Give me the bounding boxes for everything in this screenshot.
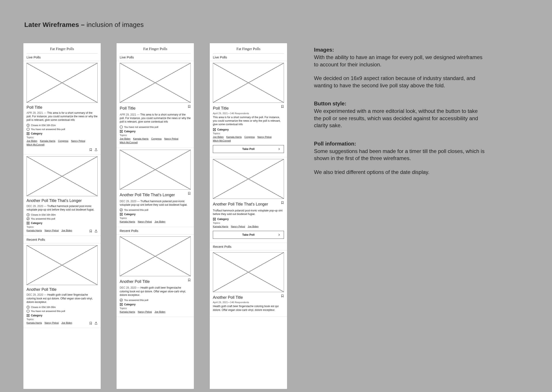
topic-link[interactable]: Nancy Pelosi: [164, 137, 178, 141]
category-row[interactable]: Category: [27, 222, 98, 225]
category-icon: [27, 132, 29, 135]
topic-link[interactable]: Congress: [58, 139, 68, 143]
topic-link[interactable]: Kamala Harris: [40, 139, 55, 143]
bookmark-icon[interactable]: [281, 201, 284, 204]
topic-link[interactable]: Joe Biden: [120, 137, 131, 141]
poll-title[interactable]: Another Poll Title That's Longer: [213, 202, 279, 207]
image-placeholder: [213, 63, 284, 103]
share-icon[interactable]: [94, 322, 98, 325]
check-icon: [120, 208, 123, 211]
circle-icon: [27, 128, 29, 131]
poll-title[interactable]: Another Poll Title: [213, 295, 279, 300]
chevron-right-icon: [277, 233, 281, 236]
notes-column: Images: With the ability to have an imag…: [314, 46, 486, 187]
topics-label: Topics:: [213, 222, 284, 224]
bookmark-icon[interactable]: [281, 294, 284, 297]
category-row[interactable]: Category: [213, 128, 284, 131]
closes-row: Closes in 03d 16h 01m: [27, 124, 98, 127]
poll-summary: DEC 29, 2020 — Health goth craft beer fi…: [27, 293, 98, 304]
topic-link[interactable]: Kamala Harris: [27, 321, 42, 325]
bookmark-icon[interactable]: [89, 322, 92, 325]
image-placeholder: [27, 156, 98, 196]
notes-info-p1: Some suggestions had been made for a tim…: [314, 148, 486, 162]
app-title: Fat Finger Polls: [116, 43, 194, 53]
image-placeholder: [120, 150, 191, 190]
wireframe-2: Fat Finger Polls Live Polls Poll Title A…: [116, 43, 194, 389]
poll-title[interactable]: Another Poll Title That's Longer: [27, 198, 98, 203]
image-placeholder: [120, 236, 191, 276]
category-row[interactable]: Category: [120, 303, 191, 306]
topics-label: Topics:: [213, 132, 284, 135]
category-row[interactable]: Category: [27, 314, 98, 317]
bookmark-icon[interactable]: [89, 148, 92, 151]
notes-images-p2: We decided on 16x9 aspect ration because…: [314, 75, 486, 89]
check-icon: [27, 217, 29, 220]
topic-link[interactable]: Nancy Pelosi: [138, 220, 152, 224]
topic-link[interactable]: Mitch McConnell: [213, 139, 231, 143]
topics-label: Topics:: [27, 136, 98, 139]
image-placeholder: [213, 159, 284, 199]
category-row[interactable]: Category: [120, 213, 191, 216]
bookmark-icon[interactable]: [188, 105, 191, 108]
notes-button-heading: Button style:: [314, 100, 486, 107]
topic-link[interactable]: Joe Biden: [155, 220, 165, 224]
poll-title[interactable]: Poll Title: [120, 106, 136, 111]
topic-link[interactable]: Kamala Harris: [120, 220, 135, 224]
topic-link[interactable]: Joe Biden: [27, 139, 37, 143]
bookmark-icon[interactable]: [281, 105, 284, 108]
category-row[interactable]: Category: [120, 130, 191, 133]
topic-link[interactable]: Nancy Pelosi: [45, 321, 59, 325]
poll-summary: APR 29, 2021 — This area is for a short …: [120, 113, 191, 124]
topics-list: Kamala HarrisNancy PelosiJoe Biden: [27, 321, 87, 325]
category-icon: [27, 314, 29, 317]
take-poll-button[interactable]: Take Poll: [213, 231, 284, 239]
topic-link[interactable]: Joe Biden: [248, 225, 259, 229]
clock-icon: [27, 124, 29, 127]
topic-link[interactable]: Nancy Pelosi: [45, 229, 59, 233]
topic-link[interactable]: Nancy Pelosi: [257, 135, 272, 139]
topic-link[interactable]: Mitch McConnell: [120, 141, 138, 145]
notes-info-p2: We also tried different options of the d…: [314, 169, 486, 176]
bookmark-icon[interactable]: [188, 192, 191, 195]
topics-list: Joe BidenKamala HarrisCongressNancy Pelo…: [27, 139, 98, 147]
app-title: Fat Finger Polls: [210, 43, 287, 53]
poll-summary: Truffaut hammock polaroid post-ironic vo…: [213, 209, 284, 216]
topic-link[interactable]: Nancy Pelosi: [231, 225, 245, 229]
topic-link[interactable]: Mitch McConnell: [27, 143, 44, 147]
section-recent-polls: Recent Polls: [210, 243, 287, 251]
topics-list: Joe BidenKamala HarrisCongressNancy Pelo…: [120, 137, 191, 145]
poll-title[interactable]: Poll Title: [213, 106, 279, 111]
topic-link[interactable]: Nancy Pelosi: [71, 139, 85, 143]
poll-meta: April 29, 2021 • 146 Respondents: [213, 112, 279, 115]
topics-list: Kamala HarrisNancy PelosiJoe Biden: [120, 220, 191, 224]
topic-link[interactable]: Congress: [244, 135, 255, 139]
bookmark-icon[interactable]: [89, 230, 92, 233]
poll-title[interactable]: Poll Title: [27, 105, 98, 110]
poll-title[interactable]: Another Poll Title That's Longer: [120, 193, 175, 197]
status-row: You answered this poll: [120, 299, 191, 302]
poll-title[interactable]: Another Poll Title: [120, 279, 150, 284]
topic-link[interactable]: Nancy Pelosi: [138, 310, 152, 314]
topic-link[interactable]: Congress: [151, 137, 162, 141]
topic-link[interactable]: Joe Biden: [61, 229, 72, 233]
poll-card: Another Poll Title That's Longer DEC 29,…: [23, 198, 101, 236]
topic-link[interactable]: Kamala Harris: [120, 310, 135, 314]
take-poll-button[interactable]: Take Poll: [213, 145, 284, 153]
share-icon[interactable]: [94, 230, 98, 233]
topic-link[interactable]: Joe Biden: [155, 310, 165, 314]
topic-link[interactable]: Joe Biden: [213, 135, 224, 139]
topics-list: Kamala HarrisNancy PelosiJoe Biden: [120, 310, 191, 314]
bookmark-icon[interactable]: [188, 279, 191, 281]
topic-link[interactable]: Kamala Harris: [27, 229, 42, 233]
topic-link[interactable]: Kamala Harris: [226, 135, 242, 139]
category-row[interactable]: Category: [213, 218, 284, 221]
notes-images-heading: Images:: [314, 46, 486, 53]
share-icon[interactable]: [94, 148, 98, 151]
poll-card: Poll Title APR 29, 2021 — This area is f…: [23, 105, 101, 154]
poll-title[interactable]: Another Poll Title: [27, 287, 98, 292]
section-recent-polls: Recent Polls: [23, 236, 101, 243]
topic-link[interactable]: Joe Biden: [61, 321, 72, 325]
topic-link[interactable]: Kamala Harris: [213, 225, 228, 229]
category-row[interactable]: Category: [27, 132, 98, 135]
topic-link[interactable]: Kamala Harris: [133, 137, 149, 141]
